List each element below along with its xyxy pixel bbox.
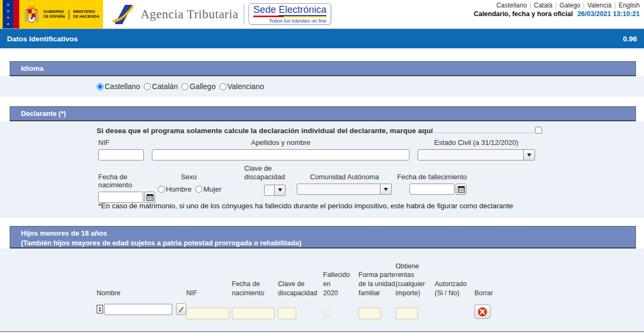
dotted-leader — [434, 133, 533, 133]
column-borrar: Borrar — [474, 289, 499, 298]
chevron-down-icon — [384, 188, 388, 191]
hijos-section: Nombre NIF Fecha de nacimiento Clave de … — [0, 249, 644, 331]
official-datetime: Calendario, fecha y hora oficial 26/03/2… — [474, 10, 640, 18]
lang-separator: | — [583, 2, 584, 9]
clave-discapacidad-label: Clave de discapacidad — [244, 164, 286, 182]
row-number-badge: 1 — [97, 305, 103, 313]
flag-stripe-red — [13, 0, 19, 28]
hijo-fallecido-checkbox — [324, 310, 331, 317]
fecha-nacimiento-label: Fecha de nacimiento — [98, 173, 156, 189]
calendar-label: Calendario, fecha y hora oficial — [474, 10, 573, 18]
column-nif: NIF — [186, 289, 232, 298]
calendar-value: 26/03/2021 13:10:21 — [577, 10, 640, 18]
individual-declaration-checkbox[interactable] — [535, 127, 542, 134]
hijos-section-header: Hijos menores de 18 años (También hijos … — [10, 226, 636, 249]
sede-title: Sede Electrónica — [253, 5, 326, 15]
hijos-title-line2: (También hijos mayores de edad sujetos a… — [21, 238, 635, 248]
agencia-tributaria-logo: Agencia Tributaria — [112, 0, 238, 28]
delete-icon — [478, 307, 487, 317]
section-gap — [0, 48, 644, 61]
hijos-title-line1: Hijos menores de 18 años — [21, 229, 635, 238]
chevron-down-icon — [527, 154, 531, 157]
section-gap — [0, 218, 644, 226]
estado-civil-select[interactable] — [418, 149, 524, 160]
fecha-fallecimiento-label: Fecha de fallecimiento — [397, 173, 470, 181]
hijo-fecha-nacimiento-input — [232, 308, 275, 319]
lang-castellano-link[interactable]: Castellano — [496, 2, 527, 9]
hijo-nombre-input[interactable] — [104, 304, 172, 315]
idioma-radio-castellano[interactable] — [97, 83, 104, 90]
comunidad-autonoma-dropdown-button[interactable] — [380, 184, 392, 195]
gov-text-divider — [69, 10, 69, 19]
fecha-nacimiento-calendar-button[interactable] — [144, 192, 155, 203]
idioma-option-catalan[interactable]: Catalán — [144, 82, 178, 91]
bottom-divider — [0, 331, 644, 332]
column-nombre: Nombre — [97, 289, 186, 298]
comunidad-autonoma-label: Comunidad Autónoma — [297, 173, 392, 181]
column-fecha-nacimiento: Fecha de nacimiento — [232, 280, 278, 298]
chevron-down-icon — [278, 188, 282, 192]
nif-input[interactable] — [98, 149, 144, 160]
ministerio-label: MINISTERIO DE HACIENDA — [73, 10, 99, 19]
comunidad-autonoma-select[interactable] — [297, 184, 380, 195]
hijo-row: 1 — [97, 303, 499, 319]
idioma-option-castellano[interactable]: Castellano — [97, 82, 140, 91]
declarante-section: Si desea que el programa solamente calcu… — [0, 121, 644, 218]
matrimonio-note: *En caso de matrimonio, si uno de los có… — [98, 202, 513, 210]
eu-flag-stripe: ★★★★ — [3, 0, 13, 28]
column-fallecido: Fallecido en 2020 — [323, 271, 358, 298]
hijo-nif-input — [186, 308, 229, 319]
sexo-option-hombre[interactable]: Hombre — [158, 185, 192, 193]
clave-discapacidad-dropdown-button[interactable] — [275, 185, 286, 196]
column-unidad-familiar: Forma parte de la unidad familiar — [358, 271, 396, 298]
calendar-icon — [147, 194, 153, 201]
app-header: ★★★★ GOBIERNO DE ESPAÑA MINISTERIO DE HA… — [0, 0, 644, 29]
apellidos-label: Apellidos y nombre — [152, 138, 409, 147]
idioma-radio-valenciano[interactable] — [219, 83, 226, 90]
lang-separator: | — [530, 2, 531, 9]
page-title-bar: Datos Identificativos 0.96 — [0, 29, 644, 48]
version-number: 0.96 — [623, 35, 637, 43]
lang-separator: | — [614, 2, 616, 9]
gobierno-logo: ★★★★ GOBIERNO DE ESPAÑA MINISTERIO DE HA… — [0, 0, 103, 28]
idioma-section-header: Idioma — [10, 61, 636, 76]
fecha-fallecimiento-input[interactable] — [409, 184, 455, 195]
header-separator — [244, 4, 244, 25]
hijo-obtiene-rentas-input — [396, 308, 418, 319]
column-autorizado: Autorizado (Si / No) — [435, 280, 474, 298]
calendar-icon — [458, 186, 465, 193]
idioma-option-valenciano[interactable]: Valenciano — [219, 82, 264, 91]
column-clave-discapacidad: Clave de discapacidad — [278, 280, 323, 298]
lang-english-link[interactable]: English — [619, 2, 640, 9]
clave-discapacidad-select[interactable] — [264, 185, 275, 196]
fecha-fallecimiento-calendar-button[interactable] — [456, 184, 466, 195]
pencil-icon — [178, 306, 185, 313]
page-title: Datos Identificativos — [7, 35, 78, 43]
nif-label: NIF — [98, 138, 144, 147]
language-links: Castellano|Català|Galego|Valencià|Englis… — [474, 2, 640, 9]
apellidos-input[interactable] — [152, 149, 409, 160]
hijos-table-header: Nombre NIF Fecha de nacimiento Clave de … — [97, 261, 499, 298]
estado-civil-dropdown-button[interactable] — [524, 149, 535, 160]
hijo-delete-button[interactable] — [474, 304, 491, 319]
sede-electronica-badge[interactable]: Sede Electrónica Todos los trámites on l… — [248, 3, 331, 25]
gobierno-label: GOBIERNO DE ESPAÑA — [43, 10, 65, 19]
lang-galego-link[interactable]: Galego — [560, 2, 581, 9]
sexo-radio-mujer[interactable] — [195, 186, 202, 193]
agencia-tributaria-icon — [112, 3, 135, 26]
sexo-option-mujer[interactable]: Mujer — [195, 185, 222, 193]
fecha-nacimiento-input[interactable] — [98, 192, 143, 203]
individual-declaration-label: Si desea que el programa solamente calcu… — [97, 127, 433, 135]
lang-valencia-link[interactable]: Valencià — [587, 2, 611, 9]
sexo-radio-hombre[interactable] — [158, 186, 165, 193]
lang-separator: | — [555, 2, 557, 9]
hijo-clave-discapacidad-input — [278, 308, 296, 319]
section-gap — [0, 97, 644, 106]
idioma-radio-gallego[interactable] — [181, 83, 188, 90]
hijo-edit-button[interactable] — [176, 303, 186, 315]
idioma-radio-catalan[interactable] — [144, 83, 151, 90]
sede-subtitle: Todos los trámites on line — [253, 18, 326, 24]
agencia-tributaria-name: Agencia Tributaria — [141, 8, 238, 21]
lang-catala-link[interactable]: Català — [534, 2, 553, 9]
idioma-option-gallego[interactable]: Gallego — [181, 82, 215, 91]
